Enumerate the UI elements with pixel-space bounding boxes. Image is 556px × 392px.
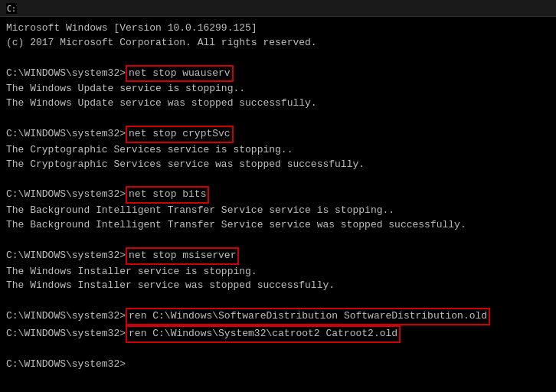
output-line: (c) 2017 Microsoft Corporation. All righ… (6, 36, 550, 51)
empty-line (6, 233, 550, 247)
output-line: The Cryptographic Services service was s… (6, 158, 550, 172)
prompt: C:\WINDOWS\system32> (6, 127, 126, 142)
cmd-line: C:\WINDOWS\system32>net stop wuauserv (6, 65, 550, 83)
prompt-line: C:\WINDOWS\system32> (6, 358, 550, 372)
output-line: Microsoft Windows [Version 10.0.16299.12… (6, 21, 550, 36)
terminal: Microsoft Windows [Version 10.0.16299.12… (0, 17, 556, 392)
prompt: C:\WINDOWS\system32> (6, 309, 126, 324)
cmd-line: C:\WINDOWS\system32>ren C:\Windows\Softw… (6, 308, 550, 325)
cmd-line: C:\WINDOWS\system32>ren C:\Windows\Syste… (6, 325, 550, 343)
cmd-line: C:\WINDOWS\system32>net stop bits (6, 186, 550, 204)
prompt: C:\WINDOWS\system32> (6, 188, 126, 202)
command-text: net stop msiserver (126, 247, 239, 265)
prompt: C:\WINDOWS\system32> (6, 249, 126, 263)
empty-line (6, 293, 550, 308)
prompt: C:\WINDOWS\system32> (6, 67, 126, 81)
command-text: net stop cryptSvc (126, 126, 234, 143)
output-line: The Windows Installer service is stoppin… (6, 265, 550, 279)
command-text: net stop bits (126, 186, 209, 204)
empty-line (6, 51, 550, 65)
empty-line (6, 343, 550, 358)
cmd-line: C:\WINDOWS\system32>net stop msiserver (6, 247, 550, 265)
prompt: C:\WINDOWS\system32> (6, 327, 126, 341)
command-text: ren C:\Windows\System32\catroot2 Catroot… (126, 325, 401, 343)
command-text: ren C:\Windows\SoftwareDistribution Soft… (126, 308, 490, 325)
title-bar: C:\ (0, 0, 556, 17)
empty-line (6, 172, 550, 186)
output-line: The Windows Update service is stopping.. (6, 82, 550, 96)
command-text: net stop wuauserv (126, 65, 234, 83)
cmd-line: C:\WINDOWS\system32>net stop cryptSvc (6, 126, 550, 143)
output-line: The Windows Installer service was stoppe… (6, 279, 550, 293)
output-line: The Background Intelligent Transfer Serv… (6, 218, 550, 233)
output-line: The Cryptographic Services service is st… (6, 143, 550, 158)
output-line: The Background Intelligent Transfer Serv… (6, 204, 550, 218)
empty-line (6, 111, 550, 126)
title-bar-icon: C:\ (6, 3, 17, 14)
output-line: The Windows Update service was stopped s… (6, 96, 550, 111)
svg-text:C:\: C:\ (7, 5, 17, 13)
